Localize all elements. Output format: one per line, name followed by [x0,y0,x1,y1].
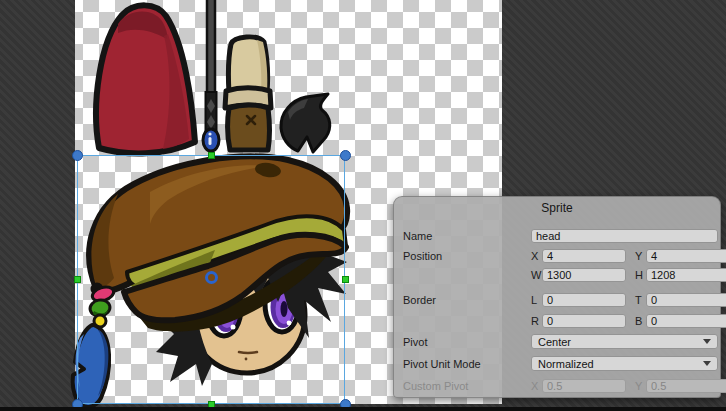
r-axis-label: R [531,315,542,327]
border-r-input[interactable] [542,314,626,328]
custom-pivot-x-label: X [531,380,542,392]
custom-pivot-y-label: Y [635,380,646,392]
h-axis-label: H [635,269,646,281]
position-x-input[interactable] [542,249,626,263]
sprite-editor-window: Sprite Name Position X Y W H Border L T [0,0,726,411]
x-axis-label: X [531,250,542,262]
chevron-down-icon [703,361,711,366]
window-bottom-edge [0,407,726,411]
name-label: Name [403,230,432,242]
pivot-unit-mode-label: Pivot Unit Mode [403,358,481,370]
position-h-input[interactable] [646,268,726,282]
pivot-select-value: Center [538,336,571,348]
custom-pivot-y-input [646,379,726,393]
chevron-down-icon [703,339,711,344]
l-axis-label: L [531,294,542,306]
selection-handle-middle-left[interactable] [74,276,81,283]
border-label: Border [403,294,436,306]
position-label: Position [403,250,442,262]
y-axis-label: Y [635,250,646,262]
position-w-input[interactable] [542,268,626,282]
border-b-input[interactable] [646,314,726,328]
w-axis-label: W [531,269,542,281]
border-l-input[interactable] [542,293,626,307]
t-axis-label: T [635,294,646,306]
pivot-handle[interactable] [205,271,218,284]
pivot-select[interactable]: Center [531,334,718,349]
name-input[interactable] [531,229,718,243]
b-axis-label: B [635,315,646,327]
pivot-unit-mode-value: Normalized [538,358,594,370]
selection-handle-top-middle[interactable] [208,152,215,159]
custom-pivot-x-input [542,379,626,393]
position-y-input[interactable] [646,249,726,263]
selection-handle-top-right[interactable] [340,150,351,161]
panel-title: Sprite [394,201,720,215]
pivot-unit-mode-select[interactable]: Normalized [531,356,718,371]
selection-handle-middle-right[interactable] [342,276,349,283]
border-t-input[interactable] [646,293,726,307]
custom-pivot-label: Custom Pivot [403,380,468,392]
pivot-label: Pivot [403,336,427,348]
sprite-panel: Sprite Name Position X Y W H Border L T [393,196,721,398]
selection-handle-top-left[interactable] [72,150,83,161]
